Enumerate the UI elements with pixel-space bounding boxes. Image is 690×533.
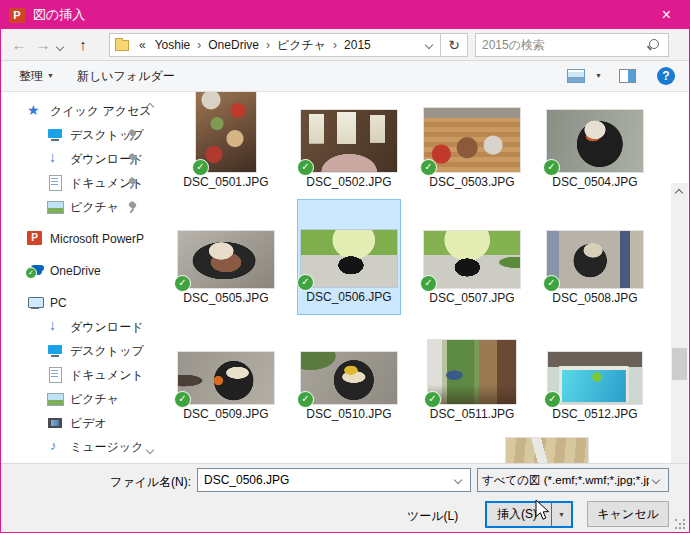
filename-combobox[interactable] bbox=[197, 468, 471, 492]
breadcrumb: «Yoshie›OneDrive›ピクチャ›2015 bbox=[135, 34, 418, 56]
sidebar-item-pictures[interactable]: ピクチャ bbox=[1, 387, 161, 411]
help-icon[interactable]: ? bbox=[657, 67, 675, 85]
resize-grip[interactable] bbox=[675, 519, 685, 529]
sync-check-icon: ✓ bbox=[297, 274, 314, 291]
file-DSC_0504.JPG[interactable]: ✓ DSC_0504.JPG bbox=[543, 92, 647, 199]
view-mode-dropdown-arrow-icon[interactable]: ▼ bbox=[595, 68, 602, 84]
insert-picture-dialog: P 図の挿入 × ← → ↑ «Yoshie›OneDrive›ピクチャ›201… bbox=[0, 0, 690, 533]
recent-locations-button[interactable] bbox=[53, 29, 67, 61]
sidebar-item-pictures-qa[interactable]: ピクチャ bbox=[1, 195, 161, 219]
filename-input[interactable] bbox=[198, 473, 451, 487]
music-icon bbox=[47, 439, 63, 455]
new-folder-button[interactable]: 新しいフォルダー bbox=[77, 61, 175, 91]
cancel-button[interactable]: キャンセル bbox=[587, 501, 669, 527]
breadcrumb-item-ピクチャ[interactable]: ピクチャ bbox=[272, 34, 331, 56]
scroll-up-button[interactable] bbox=[671, 183, 688, 200]
breadcrumb-item-2015[interactable]: 2015 bbox=[339, 34, 376, 56]
file-DSC_0505.JPG[interactable]: ✓ DSC_0505.JPG bbox=[174, 199, 278, 315]
sidebar-item-desktop[interactable]: デスクトップ bbox=[1, 339, 161, 363]
preview-pane-icon[interactable] bbox=[619, 69, 636, 83]
sidebar-item-documents-qa[interactable]: ドキュメント bbox=[1, 171, 161, 195]
tools-button[interactable]: ツール(L)▼ bbox=[401, 504, 473, 528]
sync-check-icon: ✓ bbox=[192, 159, 209, 176]
desktop-icon bbox=[47, 343, 63, 359]
file-DSC_0511.JPG[interactable]: ✓ DSC_0511.JPG bbox=[420, 315, 524, 431]
file-name: DSC_0509.JPG bbox=[174, 407, 278, 422]
file-DSC_0502.JPG[interactable]: ✓ DSC_0502.JPG bbox=[297, 92, 401, 199]
sidebar-item-documents[interactable]: ドキュメント bbox=[1, 363, 161, 387]
breadcrumb-item-OneDrive[interactable]: OneDrive bbox=[203, 34, 264, 56]
file-DSC_0510.JPG[interactable]: ✓ DSC_0510.JPG bbox=[297, 315, 401, 431]
close-button[interactable]: × bbox=[644, 1, 689, 29]
search-input[interactable] bbox=[476, 38, 646, 52]
insert-split-button[interactable]: 挿入(S) ▼ bbox=[485, 501, 573, 528]
breadcrumb-separator-icon[interactable]: › bbox=[195, 38, 203, 52]
sync-check-icon: ✓ bbox=[543, 159, 560, 176]
star-icon bbox=[27, 103, 43, 119]
dialog-title: 図の挿入 bbox=[33, 6, 85, 24]
scroll-down-icon[interactable] bbox=[146, 446, 154, 454]
filetype-value: すべての図 (*.emf;*.wmf;*.jpg;*.jp bbox=[478, 473, 649, 488]
breadcrumb-separator-icon[interactable]: › bbox=[264, 38, 272, 52]
back-button[interactable]: ← bbox=[7, 29, 31, 61]
address-bar[interactable]: «Yoshie›OneDrive›ピクチャ›2015 bbox=[109, 33, 441, 57]
photo-thumbnail bbox=[424, 231, 520, 288]
sidebar-item-pc[interactable]: PC bbox=[1, 291, 161, 315]
photo-thumbnail bbox=[301, 352, 397, 404]
insert-dropdown-arrow-icon[interactable]: ▼ bbox=[551, 503, 571, 526]
filetype-combobox[interactable]: すべての図 (*.emf;*.wmf;*.jpg;*.jp bbox=[477, 468, 669, 492]
sync-check-icon: ✓ bbox=[420, 275, 437, 292]
scroll-up-icon[interactable] bbox=[146, 103, 154, 111]
sidebar-item-quick-access[interactable]: クイック アクセス bbox=[1, 99, 161, 123]
sidebar-item-videos[interactable]: ビデオ bbox=[1, 411, 161, 435]
breadcrumb-separator-icon[interactable]: › bbox=[331, 38, 339, 52]
file-DSC_0501.JPG[interactable]: ✓ DSC_0501.JPG bbox=[174, 92, 278, 199]
document-icon bbox=[47, 175, 63, 191]
command-toolbar: 整理▼ 新しいフォルダー ▼ ? bbox=[1, 61, 689, 92]
file-DSC_0509.JPG[interactable]: ✓ DSC_0509.JPG bbox=[174, 315, 278, 431]
sidebar-scrollbar[interactable] bbox=[144, 92, 156, 463]
file-DSC_0506.JPG[interactable]: ✓ DSC_0506.JPG bbox=[297, 199, 401, 315]
file-DSC_0508.JPG[interactable]: ✓ DSC_0508.JPG bbox=[543, 199, 647, 315]
photo-thumbnail bbox=[547, 110, 643, 172]
file-name: DSC_0508.JPG bbox=[543, 291, 647, 306]
insert-button[interactable]: 挿入(S) bbox=[487, 503, 547, 526]
search-box[interactable] bbox=[475, 33, 669, 57]
forward-button[interactable]: → bbox=[31, 29, 55, 61]
file-DSC_0507.JPG[interactable]: ✓ DSC_0507.JPG bbox=[420, 199, 524, 315]
organize-button[interactable]: 整理▼ bbox=[19, 61, 54, 91]
file-item-partial[interactable] bbox=[506, 438, 588, 463]
sidebar-item-onedrive[interactable]: OneDrive bbox=[1, 259, 161, 283]
sync-check-icon: ✓ bbox=[297, 159, 314, 176]
sidebar-item-downloads[interactable]: ダウンロード bbox=[1, 315, 161, 339]
breadcrumb-item-Yoshie[interactable]: Yoshie bbox=[150, 34, 196, 56]
file-DSC_0512.JPG[interactable]: ✓ DSC_0512.JPG bbox=[543, 315, 647, 431]
sidebar-item-downloads-qa[interactable]: ダウンロード bbox=[1, 147, 161, 171]
chevron-down-icon[interactable] bbox=[454, 476, 462, 484]
powerpoint-app-icon: P bbox=[9, 8, 25, 23]
file-name: DSC_0505.JPG bbox=[174, 291, 278, 306]
sidebar-item-music[interactable]: ミュージック bbox=[1, 435, 161, 459]
address-dropdown-chevron-icon[interactable] bbox=[425, 41, 433, 49]
sidebar-item-desktop-qa[interactable]: デスクトップ bbox=[1, 123, 161, 147]
folder-icon bbox=[115, 40, 129, 51]
refresh-button[interactable]: ↻ bbox=[441, 33, 468, 57]
up-button[interactable]: ↑ bbox=[71, 29, 95, 61]
chevron-down-icon[interactable] bbox=[652, 476, 660, 484]
titlebar[interactable]: P 図の挿入 × bbox=[1, 1, 689, 29]
navigation-pane: クイック アクセス デスクトップ ダウンロード ドキュメント ピクチャ Micr… bbox=[1, 92, 161, 463]
photo-thumbnail bbox=[301, 230, 397, 287]
desktop-icon bbox=[47, 127, 63, 143]
file-name: DSC_0507.JPG bbox=[420, 291, 524, 306]
file-list: ✓ DSC_0501.JPG ✓ DSC_0502.JPG ✓ DSC_0503… bbox=[166, 92, 673, 463]
view-mode-icon[interactable] bbox=[567, 69, 585, 83]
onedrive-icon bbox=[27, 263, 43, 279]
scrollbar-thumb[interactable] bbox=[672, 348, 687, 380]
file-name: DSC_0504.JPG bbox=[543, 175, 647, 190]
sync-check-icon: ✓ bbox=[543, 275, 560, 292]
sidebar-item-powerpoint[interactable]: Microsoft PowerP bbox=[1, 227, 161, 251]
breadcrumb-overflow-button[interactable]: « bbox=[135, 38, 150, 52]
file-DSC_0503.JPG[interactable]: ✓ DSC_0503.JPG bbox=[420, 92, 524, 199]
picture-icon bbox=[47, 391, 63, 407]
chevron-down-icon bbox=[56, 43, 64, 51]
